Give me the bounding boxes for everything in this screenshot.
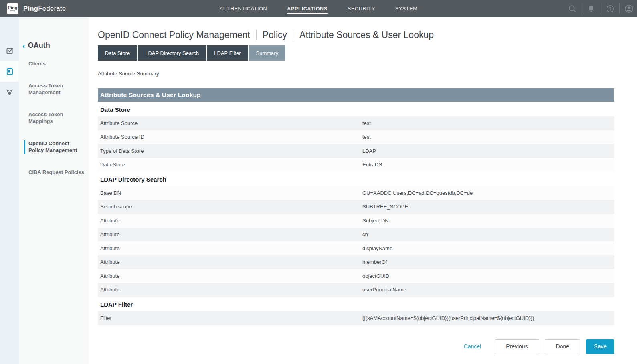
sidebar-item-ciba-request-policies[interactable]: CIBA Request Policies: [24, 169, 85, 176]
app-title-bold: Ping: [23, 5, 38, 12]
row-value: (|(sAMAccountName=${objectGUID})(userPri…: [362, 315, 534, 321]
app-title-light: Federate: [38, 5, 66, 12]
row-value: test: [362, 120, 371, 126]
search-icon[interactable]: [565, 4, 580, 13]
title-separator: [293, 30, 293, 40]
table-row: Attributecn: [98, 228, 614, 242]
page-title: OpenID Connect Policy ManagementPolicyAt…: [98, 29, 614, 40]
nav-item-system[interactable]: SYSTEM: [395, 0, 418, 17]
table-row: AttributeobjectGUID: [98, 269, 614, 283]
table-row: AttributeSubject DN: [98, 214, 614, 228]
tab-summary[interactable]: Summary: [249, 45, 286, 61]
logo-subtext: Identity.: [10, 10, 16, 12]
sidebar-item-access-token-management[interactable]: Access Token Management: [24, 82, 85, 96]
page-title-part: Attribute Sources & User Lookup: [299, 30, 434, 40]
page-shell: ‹ OAuth ClientsAccess Token ManagementAc…: [0, 17, 637, 364]
summary-table: Attribute Sources & User Lookup Data Sto…: [98, 88, 614, 325]
row-value: cn: [362, 231, 368, 237]
chevron-left-icon: ‹: [22, 42, 25, 49]
row-value: LDAP: [362, 148, 376, 154]
row-label: Search scope: [98, 204, 362, 210]
svg-text:?: ?: [609, 6, 612, 11]
sidebar-section-title: OAuth: [28, 41, 50, 50]
row-label: Attribute: [98, 218, 362, 224]
divider: [619, 3, 620, 14]
row-label: Attribute: [98, 273, 362, 279]
row-value: OU=AADDC Users,DC=ad,DC=questdb,DC=de: [362, 190, 473, 196]
bell-icon[interactable]: [584, 4, 599, 13]
table-row: Search scopeSUBTREE_SCOPE: [98, 200, 614, 214]
primary-nav: AUTHENTICATIONAPPLICATIONSSECURITYSYSTEM: [220, 0, 418, 17]
row-label: Attribute: [98, 231, 362, 237]
tab-data-store[interactable]: Data Store: [98, 45, 137, 61]
row-value: userPrincipalName: [362, 287, 406, 293]
main-content: OpenID Connect Policy ManagementPolicyAt…: [89, 17, 637, 364]
summary-table-body: Data StoreAttribute SourcetestAttribute …: [98, 102, 614, 325]
tab-ldap-filter[interactable]: LDAP Filter: [207, 45, 248, 61]
step-tabs: Data StoreLDAP Directory SearchLDAP Filt…: [98, 45, 614, 61]
check-square-icon[interactable]: [0, 40, 19, 61]
sidebar-menu: ‹ OAuth ClientsAccess Token ManagementAc…: [19, 17, 89, 364]
divider: [582, 3, 582, 14]
row-value: memberOf: [362, 259, 387, 265]
footer-actions: Cancel Previous Done Save: [98, 339, 614, 354]
paw-grants-icon[interactable]: [0, 82, 19, 103]
table-row: Attribute Sourcetest: [98, 116, 614, 130]
table-row: Base DNOU=AADDC Users,DC=ad,DC=questdb,D…: [98, 186, 614, 200]
topbar-icon-group: ?: [565, 0, 636, 17]
row-label: Type of Data Store: [98, 148, 362, 154]
sidebar-item-clients[interactable]: Clients: [24, 60, 85, 67]
row-value: SUBTREE_SCOPE: [362, 204, 408, 210]
row-label: Base DN: [98, 190, 362, 196]
nav-item-applications[interactable]: APPLICATIONS: [287, 0, 328, 17]
row-value: test: [362, 134, 371, 140]
row-label: Attribute: [98, 245, 362, 251]
ping-identity-logo: Ping Identity.: [7, 3, 18, 14]
row-value: displayName: [362, 245, 392, 251]
sidebar-item-access-token-mappings[interactable]: Access Token Mappings: [24, 111, 85, 125]
table-row: Filter(|(sAMAccountName=${objectGUID})(u…: [98, 311, 614, 325]
section-heading-ldap-directory-search: LDAP Directory Search: [98, 172, 614, 186]
table-header: Attribute Sources & User Lookup: [98, 88, 614, 102]
app-title: PingFederate: [23, 5, 66, 12]
sidebar-items: ClientsAccess Token ManagementAccess Tok…: [19, 60, 89, 176]
page-title-part: Policy: [263, 30, 287, 40]
page-title-part: OpenID Connect Policy Management: [98, 30, 250, 40]
row-label: Attribute Source ID: [98, 134, 362, 140]
cancel-link[interactable]: Cancel: [464, 343, 481, 350]
save-button[interactable]: Save: [586, 339, 614, 354]
row-label: Attribute Source: [98, 120, 362, 126]
row-value: Subject DN: [362, 218, 389, 224]
oauth-back-link[interactable]: ‹ OAuth: [22, 41, 85, 50]
row-label: Filter: [98, 315, 362, 321]
nav-item-authentication[interactable]: AUTHENTICATION: [220, 0, 267, 17]
row-label: Attribute: [98, 287, 362, 293]
section-heading-ldap-filter: LDAP Filter: [98, 297, 614, 311]
user-icon[interactable]: [622, 4, 636, 14]
bookmark-page-icon[interactable]: [0, 61, 19, 82]
top-bar: Ping Identity. PingFederate AUTHENTICATI…: [0, 0, 637, 17]
row-value: objectGUID: [362, 273, 389, 279]
logo-text: Ping: [8, 6, 18, 10]
section-heading-data-store: Data Store: [98, 102, 614, 116]
divider: [601, 3, 601, 14]
nav-item-security[interactable]: SECURITY: [348, 0, 375, 17]
table-row: Attribute Source IDtest: [98, 130, 614, 144]
table-row: AttributememberOf: [98, 255, 614, 269]
sidebar-icon-rail: [0, 17, 19, 364]
previous-button[interactable]: Previous: [495, 339, 539, 354]
table-row: AttributeuserPrincipalName: [98, 283, 614, 297]
tab-ldap-directory-search[interactable]: LDAP Directory Search: [138, 45, 206, 61]
row-label: Data Store: [98, 162, 362, 168]
done-button[interactable]: Done: [545, 339, 580, 354]
table-row: Type of Data StoreLDAP: [98, 144, 614, 158]
row-value: EntraDS: [362, 162, 382, 168]
table-row: Data StoreEntraDS: [98, 158, 614, 172]
sidebar-item-openid-connect-policy-management[interactable]: OpenID Connect Policy Management: [24, 140, 85, 154]
table-row: AttributedisplayName: [98, 241, 614, 255]
row-label: Attribute: [98, 259, 362, 265]
title-separator: [256, 30, 257, 40]
help-icon[interactable]: ?: [603, 4, 617, 13]
summary-caption: Attribute Source Summary: [98, 71, 614, 77]
